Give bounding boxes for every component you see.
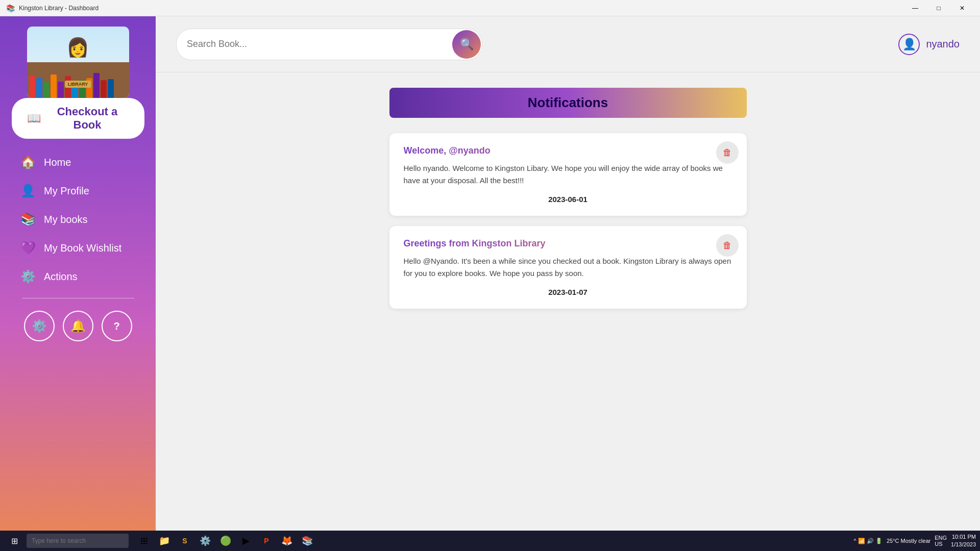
taskbar-app-ppt[interactable]: P [257,532,276,550]
sidebar-divider [22,298,134,298]
delete-notification-2[interactable]: 🗑 [716,234,739,257]
notif-title-1: Welcome, @nyando [404,145,732,156]
nav-label-mybooks: My books [44,214,88,226]
library-illustration: 👩 LIBRARY [27,27,129,98]
start-button[interactable]: ⊞ [4,533,24,549]
notif-date-1: 2023-06-01 [404,195,732,204]
trash-icon-2: 🗑 [723,240,732,251]
library-sign: LIBRARY [65,81,91,88]
system-tray: ^ 📶 🔊 🔋 [854,538,883,544]
notification-card-2: 🗑 Greetings from Kingston Library Hello … [389,226,747,309]
maximize-button[interactable]: □ [927,0,950,16]
nav-label-actions: Actions [44,271,78,283]
header: 🔍 👤 nyando [156,16,980,72]
notification-card-1: 🗑 Welcome, @nyando Hello nyando. Welcome… [389,133,747,216]
taskbar-app-taskview[interactable]: ⊞ [135,532,153,550]
help-icon: ? [113,320,119,332]
sidebar: 👩 LIBRARY 📖 Checkout a Book 🏠 Home 👤 My … [0,16,156,531]
close-button[interactable]: ✕ [950,0,974,16]
home-icon: 🏠 [20,155,36,169]
library-person-icon: 👩 [66,37,89,58]
taskbar-apps: ⊞ 📁 S ⚙️ 🟢 ▶ P 🦊 📚 [135,532,316,550]
language: ENGUS [935,535,947,547]
app-icon: 📚 [6,4,15,12]
notif-date-2: 2023-01-07 [404,288,732,296]
nav-label-profile: My Profile [44,185,89,197]
clock: 10:01 PM 1/13/2023 [951,533,976,549]
bottom-icons: ⚙️ 🔔 ? [24,311,132,341]
notif-body-2: Hello @Nyando. It's been a while since y… [404,255,732,280]
sidebar-item-wishlist[interactable]: 💜 My Book Wishlist [15,235,140,261]
avatar: 👤 [898,34,920,55]
search-button[interactable]: 🔍 [452,30,481,59]
taskbar: ⊞ ⊞ 📁 S ⚙️ 🟢 ▶ P 🦊 📚 ^ 📶 🔊 🔋 25°C Mostly… [0,531,980,551]
delete-notification-1[interactable]: 🗑 [716,141,739,164]
main-content: 🔍 👤 nyando Notifications 🗑 [156,16,980,531]
notifications-title: Notifications [528,95,608,110]
nav-label-wishlist: My Book Wishlist [44,242,121,254]
notifications-list: 🗑 Welcome, @nyando Hello nyando. Welcome… [389,133,747,309]
books-icon: 📚 [20,212,36,227]
nav-items: 🏠 Home 👤 My Profile 📚 My books 💜 My Book… [0,149,156,290]
trash-icon-1: 🗑 [723,147,732,158]
user-profile[interactable]: 👤 nyando [898,34,960,55]
nav-label-home: Home [44,157,71,168]
wishlist-icon: 💜 [20,241,36,255]
library-shelf [27,62,129,98]
titlebar-title: Kingston Library - Dashboard [19,5,99,12]
sidebar-item-actions[interactable]: ⚙️ Actions [15,263,140,290]
profile-icon: 👤 [20,184,36,198]
titlebar: 📚 Kingston Library - Dashboard — □ ✕ [0,0,980,16]
checkout-button[interactable]: 📖 Checkout a Book [12,98,144,139]
notifications-button[interactable]: 🔔 [63,311,93,341]
content-area: Notifications 🗑 Welcome, @nyando Hello n… [156,72,980,531]
sidebar-item-mybooks[interactable]: 📚 My books [15,206,140,233]
app-container: 👩 LIBRARY 📖 Checkout a Book 🏠 Home 👤 My … [0,16,980,531]
search-bar: 🔍 [176,29,482,60]
taskbar-app-sublime[interactable]: S [176,532,194,550]
minimize-button[interactable]: — [903,0,927,16]
notif-title-2: Greetings from Kingston Library [404,238,732,249]
bell-icon: 🔔 [70,319,86,333]
taskbar-app-library[interactable]: 📚 [298,532,316,550]
search-icon: 🔍 [460,38,474,51]
sidebar-item-profile[interactable]: 👤 My Profile [15,178,140,204]
search-input[interactable] [177,32,451,57]
checkout-icon: 📖 [27,112,41,125]
taskbar-search-input[interactable] [27,534,129,548]
actions-icon: ⚙️ [20,269,36,284]
username: nyando [926,38,960,50]
settings-button[interactable]: ⚙️ [24,311,55,341]
notif-body-1: Hello nyando. Welcome to Kingston Libary… [404,162,732,187]
taskbar-app-explorer[interactable]: 📁 [155,532,174,550]
titlebar-left: 📚 Kingston Library - Dashboard [6,4,99,12]
checkout-label: Checkout a Book [46,105,129,132]
weather: 25°C Mostly clear [887,538,930,544]
taskbar-app-firefox[interactable]: 🦊 [278,532,296,550]
notifications-header: Notifications [389,88,747,118]
titlebar-controls: — □ ✕ [903,0,974,16]
taskbar-app-settings[interactable]: ⚙️ [196,532,214,550]
help-button[interactable]: ? [102,311,132,341]
sidebar-item-home[interactable]: 🏠 Home [15,149,140,176]
settings-icon: ⚙️ [32,319,47,333]
taskbar-app-vlc[interactable]: ▶ [237,532,255,550]
taskbar-right: ^ 📶 🔊 🔋 25°C Mostly clear ENGUS 10:01 PM… [854,533,976,549]
taskbar-app-green[interactable]: 🟢 [216,532,235,550]
